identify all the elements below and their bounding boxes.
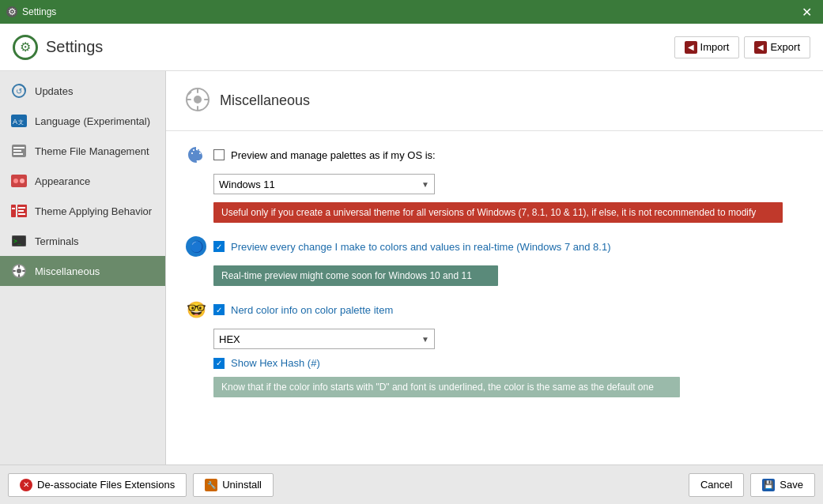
svg-rect-24 — [13, 270, 16, 272]
sidebar-label-theme-behavior: Theme Applying Behavior — [35, 205, 152, 217]
sidebar-label-appearance: Appearance — [35, 175, 90, 187]
color-format-dropdown-row: HEX ▼ — [213, 329, 804, 349]
sidebar-label-updates: Updates — [35, 85, 73, 97]
cancel-button[interactable]: Cancel — [689, 473, 744, 497]
nerd-section-icon: 🤓 — [185, 299, 207, 321]
behavior-icon — [11, 203, 27, 219]
header-title: Settings — [46, 38, 103, 56]
import-button[interactable]: ◀ Import — [674, 36, 740, 58]
settings-icon: ⚙ — [13, 35, 38, 60]
save-icon: 💾 — [762, 479, 775, 491]
svg-rect-29 — [197, 106, 198, 111]
close-button[interactable]: ✕ — [796, 2, 817, 22]
svg-text:>_: >_ — [13, 238, 21, 245]
sidebar-label-theme-file: Theme File Management — [35, 145, 149, 157]
sidebar-item-terminals[interactable]: >_ Terminals — [0, 226, 165, 256]
os-dropdown-row: Windows 11 ▼ — [213, 174, 804, 194]
body: ↺ Updates A 文 Language (Experimental) — [0, 71, 823, 465]
content-header-icon — [185, 87, 210, 115]
sidebar-label-language: Language (Experimental) — [35, 115, 150, 127]
header: ⚙ Settings ◀ Import ◀ Export — [0, 24, 823, 71]
realtime-info-box-wrapper: Real-time preview might come soon for Wi… — [213, 265, 804, 286]
uninstall-icon: 🔧 — [205, 479, 217, 491]
nerd-color-label[interactable]: Nerd color info on color palette item — [231, 304, 393, 316]
palette-preview-section: Preview and manage palettes as if my OS … — [185, 144, 804, 223]
export-button[interactable]: ◀ Export — [744, 36, 810, 58]
svg-rect-23 — [18, 274, 20, 277]
svg-point-10 — [13, 179, 18, 183]
sidebar-label-terminals: Terminals — [35, 235, 79, 247]
misc-icon — [11, 263, 27, 279]
realtime-preview-section: 🔵 ✓ Preview every change I make to color… — [185, 235, 804, 286]
svg-rect-28 — [197, 88, 198, 93]
svg-text:↺: ↺ — [16, 87, 22, 96]
app-container: ⚙ Settings ◀ Import ◀ Export ↺ — [0, 24, 823, 504]
app-icon: ⚙ — [6, 6, 17, 17]
nerd-emoji-icon: 🤓 — [187, 300, 206, 319]
titlebar-left: ⚙ Settings — [6, 6, 56, 17]
header-buttons: ◀ Import ◀ Export — [674, 36, 810, 58]
sidebar-item-miscellaneous[interactable]: Miscellaneous — [0, 256, 165, 286]
sidebar: ↺ Updates A 文 Language (Experimental) — [0, 71, 166, 465]
svg-point-21 — [17, 269, 21, 273]
sidebar-item-appearance[interactable]: Appearance — [0, 166, 165, 196]
sidebar-item-theme-behavior[interactable]: Theme Applying Behavior — [0, 196, 165, 226]
save-button[interactable]: 💾 Save — [750, 473, 815, 497]
bottom-right-buttons: Cancel 💾 Save — [689, 473, 815, 497]
content-divider — [166, 130, 823, 131]
nerd-color-option-row: 🤓 ✓ Nerd color info on color palette ite… — [185, 299, 804, 321]
palette-preview-option-row: Preview and manage palettes as if my OS … — [185, 144, 804, 166]
svg-rect-30 — [187, 99, 191, 100]
color-format-dropdown[interactable]: HEX ▼ — [213, 329, 435, 349]
bottombar: ✕ De-associate Files Extensions 🔧 Uninst… — [0, 465, 823, 504]
svg-rect-22 — [18, 265, 20, 268]
svg-rect-8 — [13, 153, 23, 155]
import-icon: ◀ — [685, 41, 697, 54]
dropdown-arrow-icon: ▼ — [421, 180, 429, 189]
os-dropdown[interactable]: Windows 11 ▼ — [213, 174, 435, 194]
updates-icon: ↺ — [11, 83, 27, 99]
uninstall-button[interactable]: 🔧 Uninstall — [193, 473, 274, 497]
svg-text:文: 文 — [18, 119, 24, 125]
sidebar-item-updates[interactable]: ↺ Updates — [0, 76, 165, 106]
theme-file-icon — [11, 143, 27, 159]
deassociate-icon: ✕ — [20, 479, 32, 491]
palette-section-icon — [185, 144, 207, 166]
nerd-color-checkbox[interactable]: ✓ — [213, 304, 225, 315]
sidebar-item-language[interactable]: A 文 Language (Experimental) — [0, 106, 165, 136]
content-header: Miscellaneous — [185, 87, 804, 115]
palette-preview-label: Preview and manage palettes as if my OS … — [231, 149, 436, 161]
hex-hash-checkbox[interactable]: ✓ — [213, 358, 225, 369]
hex-hash-option-row: ✓ Show Hex Hash (#) — [213, 357, 804, 369]
svg-rect-25 — [22, 270, 25, 272]
titlebar: ⚙ Settings ✕ — [0, 0, 823, 24]
sidebar-item-theme-file[interactable]: Theme File Management — [0, 136, 165, 166]
realtime-section-icon: 🔵 — [185, 235, 207, 258]
realtime-preview-label[interactable]: Preview every change I make to colors an… — [231, 241, 611, 253]
svg-rect-31 — [204, 99, 209, 100]
terminals-icon: >_ — [11, 233, 27, 249]
sidebar-label-miscellaneous: Miscellaneous — [35, 265, 100, 277]
bottom-left-buttons: ✕ De-associate Files Extensions 🔧 Uninst… — [8, 473, 274, 497]
realtime-preview-option-row: 🔵 ✓ Preview every change I make to color… — [185, 235, 804, 258]
nerd-color-section: 🤓 ✓ Nerd color info on color palette ite… — [185, 299, 804, 397]
hex-hash-label[interactable]: Show Hex Hash (#) — [231, 357, 320, 369]
svg-rect-16 — [18, 210, 24, 212]
svg-point-27 — [194, 96, 202, 103]
svg-rect-15 — [18, 207, 25, 209]
svg-rect-7 — [13, 150, 21, 152]
titlebar-title: Settings — [22, 6, 56, 17]
content-area: Miscellaneous Preview and manage palette… — [166, 71, 823, 465]
content-title: Miscellaneous — [220, 92, 310, 109]
svg-text:A: A — [13, 118, 17, 126]
palette-preview-checkbox[interactable] — [213, 149, 225, 160]
realtime-preview-checkbox[interactable]: ✓ — [213, 241, 225, 252]
palette-icon: 🔵 — [186, 236, 206, 257]
svg-rect-17 — [18, 213, 25, 215]
color-info-box: Know that if the color info starts with … — [213, 377, 680, 397]
dropdown2-arrow-icon: ▼ — [421, 335, 429, 344]
deassociate-button[interactable]: ✕ De-associate Files Extensions — [8, 473, 187, 497]
language-icon: A 文 — [11, 113, 27, 129]
realtime-info-box: Real-time preview might come soon for Wi… — [213, 265, 498, 286]
svg-rect-14 — [12, 208, 15, 209]
